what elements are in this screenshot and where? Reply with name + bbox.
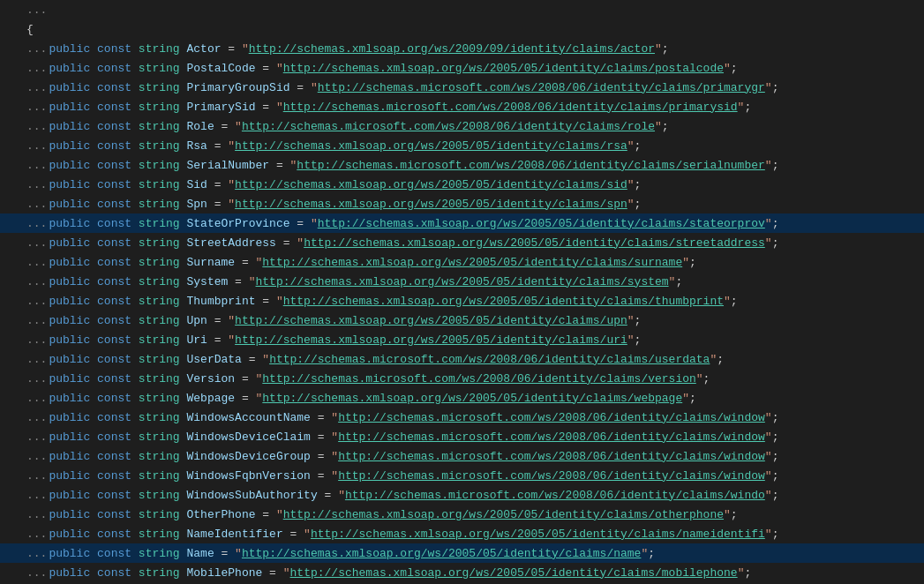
keyword-const-13: const [97, 295, 131, 308]
code-line: ... public const string WindowsAccountNa… [0, 408, 924, 427]
string-quote-close-8: " [627, 198, 635, 211]
keyword-public-14: public [49, 314, 90, 327]
string-quote-close-3: " [738, 101, 745, 114]
fold-dots-3[interactable]: ... [26, 101, 47, 114]
url-3[interactable]: http://schemas.microsoft.com/ws/2008/06/… [283, 101, 738, 114]
url-27[interactable]: http://schemas.xmlsoap.org/ws/2005/05/id… [290, 566, 738, 580]
keyword-public-3: public [49, 101, 90, 114]
keyword-public-17: public [49, 372, 90, 386]
fold-dots-27[interactable]: ... [26, 566, 47, 580]
fold-dots-2[interactable]: ... [26, 81, 47, 94]
fold-dots-14[interactable]: ... [26, 314, 47, 327]
url-6[interactable]: http://schemas.microsoft.com/ws/2008/06/… [297, 159, 765, 172]
keyword-const-8: const [97, 198, 131, 211]
field-name-21: WindowsDeviceGroup [186, 450, 310, 463]
code-line: ... public const string Webpage = "http:… [0, 388, 924, 408]
string-quote-open-21: " [331, 450, 338, 463]
keyword-string-24: string [139, 508, 180, 521]
fold-dots-0[interactable]: ... [26, 42, 47, 56]
keyword-const-25: const [97, 528, 131, 541]
field-name-19: WindowsAccountName [186, 411, 310, 424]
fold-dots-11[interactable]: ... [26, 256, 47, 269]
code-line: ... public const string StreetAddress = … [0, 233, 924, 252]
fold-dots-1[interactable]: ... [26, 62, 47, 75]
url-13[interactable]: http://schemas.xmlsoap.org/ws/2005/05/id… [283, 295, 724, 308]
string-quote-open-5: " [228, 139, 235, 153]
fold-dots-25[interactable]: ... [26, 528, 47, 541]
url-25[interactable]: http://schemas.xmlsoap.org/ws/2005/05/id… [311, 528, 765, 541]
keyword-public-5: public [49, 139, 90, 153]
url-14[interactable]: http://schemas.xmlsoap.org/ws/2005/05/id… [235, 314, 627, 327]
fold-dots-6[interactable]: ... [26, 159, 47, 172]
url-15[interactable]: http://schemas.xmlsoap.org/ws/2005/05/id… [235, 333, 627, 347]
fold-dots-19[interactable]: ... [26, 411, 47, 424]
url-24[interactable]: http://schemas.xmlsoap.org/ws/2005/05/id… [283, 508, 724, 521]
keyword-string-23: string [139, 489, 180, 502]
url-26[interactable]: http://schemas.xmlsoap.org/ws/2005/05/id… [242, 547, 641, 560]
keyword-string-5: string [139, 139, 180, 153]
keyword-string-25: string [139, 528, 180, 541]
fold-dots-15[interactable]: ... [26, 333, 47, 347]
field-name-25: NameIdentifier [186, 528, 282, 541]
keyword-const-22: const [97, 469, 131, 483]
url-9[interactable]: http://schemas.xmlsoap.org/ws/2005/05/id… [318, 217, 765, 230]
fold-dots-21[interactable]: ... [26, 450, 47, 463]
fold-dots-12[interactable]: ... [26, 275, 47, 288]
url-17[interactable]: http://schemas.microsoft.com/ws/2008/06/… [262, 372, 695, 386]
url-20[interactable]: http://schemas.microsoft.com/ws/2008/06/… [338, 431, 765, 444]
fold-dots-4[interactable]: ... [26, 120, 47, 133]
fold-dots-26[interactable]: ... [26, 547, 47, 560]
field-name-22: WindowsFqbnVersion [186, 469, 310, 483]
fold-dots-5[interactable]: ... [26, 139, 47, 153]
code-line: ... public const string Spn = "http://sc… [0, 194, 924, 213]
string-quote-open-12: " [249, 275, 256, 288]
fold-dots-23[interactable]: ... [26, 489, 47, 502]
fold-dots-9[interactable]: ... [26, 217, 47, 230]
string-quote-close-17: " [696, 372, 703, 386]
keyword-public-20: public [49, 431, 90, 444]
url-12[interactable]: http://schemas.xmlsoap.org/ws/2005/05/id… [256, 275, 669, 288]
fold-dots-22[interactable]: ... [26, 469, 47, 483]
field-name-5: Rsa [186, 139, 207, 153]
url-2[interactable]: http://schemas.microsoft.com/ws/2008/06/… [318, 81, 765, 94]
keyword-const-16: const [97, 353, 131, 366]
fold-dots-18[interactable]: ... [26, 392, 47, 405]
fold-dots-7[interactable]: ... [26, 178, 47, 191]
keyword-const-4: const [97, 120, 131, 133]
keyword-string-12: string [139, 275, 180, 288]
fold-dots-13[interactable]: ... [26, 295, 47, 308]
field-name-14: Upn [186, 314, 207, 327]
url-5[interactable]: http://schemas.xmlsoap.org/ws/2005/05/id… [235, 139, 627, 153]
url-16[interactable]: http://schemas.microsoft.com/ws/2008/06/… [269, 353, 710, 366]
fold-dots-10[interactable]: ... [26, 236, 47, 250]
keyword-public-13: public [49, 295, 90, 308]
code-line: ... public const string Uri = "http://sc… [0, 330, 924, 349]
keyword-public-18: public [49, 392, 90, 405]
string-quote-open-7: " [228, 178, 235, 191]
keyword-string-9: string [139, 217, 180, 230]
url-11[interactable]: http://schemas.xmlsoap.org/ws/2005/05/id… [262, 256, 682, 269]
fold-dots[interactable]: ... [26, 4, 47, 17]
fold-dots-17[interactable]: ... [26, 372, 47, 386]
string-quote-close-10: " [765, 236, 772, 250]
url-4[interactable]: http://schemas.microsoft.com/ws/2008/06/… [242, 120, 655, 133]
fold-dots-24[interactable]: ... [26, 508, 47, 521]
string-quote-open-3: " [276, 101, 283, 114]
fold-dots-8[interactable]: ... [26, 198, 47, 211]
url-18[interactable]: http://schemas.xmlsoap.org/ws/2005/05/id… [262, 392, 682, 405]
fold-dots-16[interactable]: ... [26, 353, 47, 366]
keyword-public-11: public [49, 256, 90, 269]
fold-dots-20[interactable]: ... [26, 431, 47, 444]
url-8[interactable]: http://schemas.xmlsoap.org/ws/2005/05/id… [235, 198, 627, 211]
url-1[interactable]: http://schemas.xmlsoap.org/ws/2005/05/id… [283, 62, 724, 75]
url-10[interactable]: http://schemas.xmlsoap.org/ws/2005/05/id… [304, 236, 765, 250]
string-quote-open-26: " [235, 547, 242, 560]
url-21[interactable]: http://schemas.microsoft.com/ws/2008/06/… [338, 450, 765, 463]
url-22[interactable]: http://schemas.microsoft.com/ws/2008/06/… [338, 469, 765, 483]
url-7[interactable]: http://schemas.xmlsoap.org/ws/2005/05/id… [235, 178, 627, 191]
code-container: ... { ... public const string Actor = "h… [0, 0, 924, 584]
url-0[interactable]: http://schemas.xmlsoap.org/ws/2009/09/id… [249, 42, 655, 56]
string-quote-close-14: " [627, 314, 635, 327]
url-23[interactable]: http://schemas.microsoft.com/ws/2008/06/… [345, 489, 765, 502]
url-19[interactable]: http://schemas.microsoft.com/ws/2008/06/… [338, 411, 765, 424]
